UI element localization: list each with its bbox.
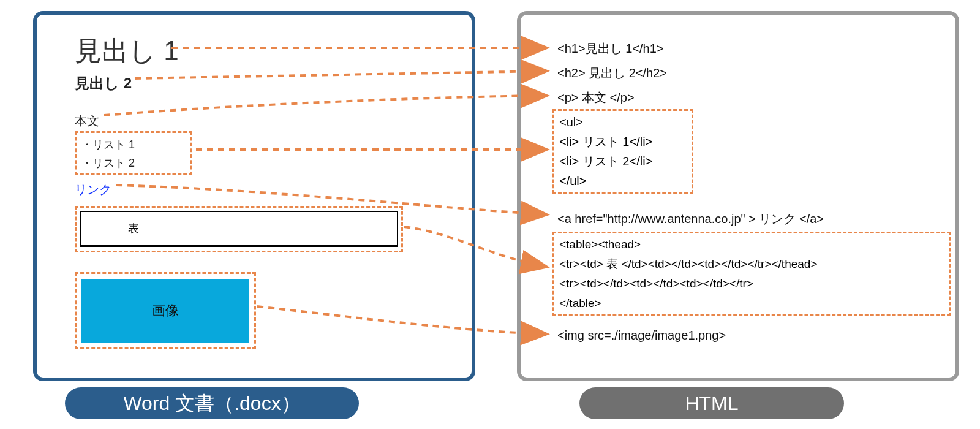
html-li1: <li> リスト 1</li> bbox=[559, 132, 687, 151]
word-table: 表 bbox=[80, 211, 398, 247]
html-table-l3: <tr><td></td><td></td><td></td></tr> bbox=[559, 274, 944, 294]
table-cell bbox=[292, 245, 397, 246]
word-panel: 見出し 1 見出し 2 本文 ・リスト 1 ・リスト 2 リンク 表 bbox=[33, 11, 475, 381]
html-li2: <li> リスト 2</li> bbox=[559, 151, 687, 171]
html-pill-label: HTML bbox=[579, 387, 844, 419]
word-list-item: ・リスト 1 bbox=[81, 135, 186, 154]
word-body-text: 本文 bbox=[75, 113, 99, 129]
table-cell bbox=[186, 245, 292, 246]
table-row: 表 bbox=[81, 212, 398, 246]
html-p-code: <p> 本文 </p> bbox=[557, 89, 635, 106]
table-row bbox=[81, 245, 398, 246]
html-ul-close: </ul> bbox=[559, 171, 687, 191]
table-cell bbox=[292, 212, 397, 246]
table-cell: 表 bbox=[81, 212, 186, 246]
word-list-item: ・リスト 2 bbox=[81, 154, 186, 172]
html-table-l1: <table><thead> bbox=[559, 235, 944, 254]
word-heading2: 見出し 2 bbox=[75, 74, 132, 93]
html-table-l4: </table> bbox=[559, 294, 944, 313]
word-image-box: 画像 bbox=[75, 272, 256, 349]
html-panel: <h1>見出し 1</h1> <h2> 見出し 2</h2> <p> 本文 </… bbox=[517, 11, 959, 381]
html-table-l2: <tr><td> 表 </td><td></td><td></td></tr><… bbox=[559, 254, 944, 274]
word-table-box: 表 bbox=[75, 206, 403, 252]
html-table-box: <table><thead> <tr><td> 表 </td><td></td>… bbox=[552, 232, 951, 316]
word-image-placeholder: 画像 bbox=[81, 279, 249, 343]
table-cell bbox=[81, 245, 186, 246]
diagram-root: 見出し 1 見出し 2 本文 ・リスト 1 ・リスト 2 リンク 表 bbox=[0, 0, 980, 429]
word-link: リンク bbox=[75, 181, 111, 198]
word-pill-label: Word 文書（.docx） bbox=[65, 387, 359, 419]
html-ul-box: <ul> <li> リスト 1</li> <li> リスト 2</li> </u… bbox=[552, 109, 693, 194]
word-heading1: 見出し 1 bbox=[75, 33, 179, 69]
html-h2-code: <h2> 見出し 2</h2> bbox=[557, 65, 667, 82]
html-img-code: <img src=./image/image1.png> bbox=[557, 328, 726, 343]
html-h1-code: <h1>見出し 1</h1> bbox=[557, 40, 663, 57]
html-ul-open: <ul> bbox=[559, 112, 687, 132]
html-a-code: <a href="http://www.antenna.co.jp" > リンク… bbox=[557, 211, 824, 227]
word-image-label: 画像 bbox=[152, 302, 179, 320]
word-list-box: ・リスト 1 ・リスト 2 bbox=[75, 131, 192, 175]
table-cell bbox=[186, 212, 292, 246]
